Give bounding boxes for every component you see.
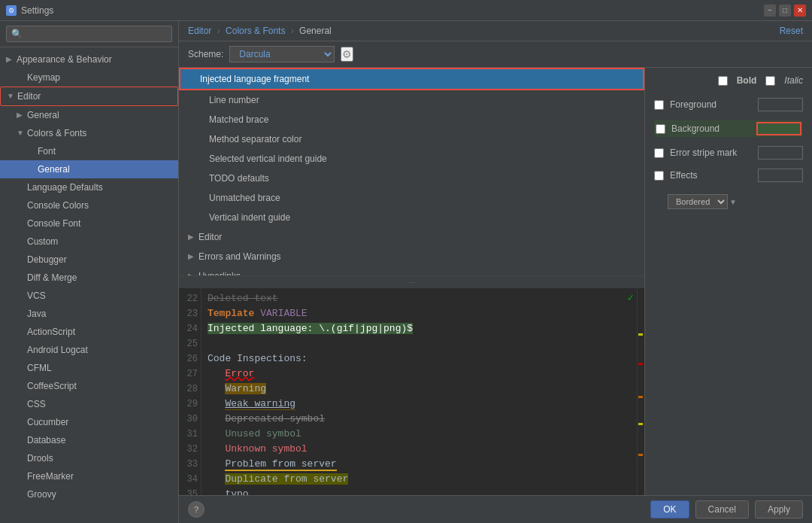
sidebar-item-general[interactable]: General (0, 106, 178, 124)
breadcrumb-editor: Editor (188, 26, 211, 36)
title-bar-left: ⚙ Settings (6, 5, 53, 16)
check-icon: ✓ (628, 291, 634, 304)
list-item-matched-brace[interactable]: Matched brace (179, 110, 644, 129)
sidebar-item-label: Debugger (27, 252, 67, 267)
close-button[interactable]: ✕ (794, 5, 806, 17)
background-color-box[interactable] (756, 122, 801, 135)
italic-label: Italic (784, 75, 803, 86)
effects-checkbox[interactable] (654, 171, 664, 181)
search-input[interactable] (6, 26, 172, 42)
indicator-orange2 (638, 454, 643, 456)
scheme-select[interactable]: Darcula (229, 46, 335, 62)
list-item-method-sep[interactable]: Method separator color (179, 129, 644, 149)
sidebar-item-label: Database (27, 433, 65, 448)
sidebar-item-actionscript[interactable]: ActionScript (0, 323, 178, 341)
list-item-line-number[interactable]: Line number (179, 90, 644, 110)
arrow-icon (6, 52, 17, 67)
code-line-30: Deprecated symbol (208, 412, 631, 427)
search-bar (0, 21, 178, 47)
window-title: Settings (21, 5, 53, 16)
list-item-hyperlinks[interactable]: Hyperlinks (179, 266, 644, 275)
sidebar-item-console-font[interactable]: Console Font (0, 214, 178, 233)
bold-checkbox[interactable] (718, 76, 728, 86)
list-item-sel-vig[interactable]: Selected vertical indent guide (179, 149, 644, 169)
app-icon: ⚙ (6, 5, 17, 16)
sidebar-item-label: Font (38, 144, 56, 159)
list-item-label: Selected vertical indent guide (209, 151, 327, 166)
sidebar-item-drools[interactable]: Drools (0, 449, 178, 467)
error-stripe-checkbox[interactable] (654, 148, 664, 158)
sidebar-item-label: ActionScript (27, 324, 75, 339)
sidebar-item-cfml[interactable]: CFML (0, 359, 178, 377)
sidebar-item-groovy[interactable]: Groovy (0, 485, 178, 503)
effects-row: Effects (654, 169, 803, 182)
sidebar-item-editor[interactable]: Editor (0, 87, 178, 106)
indicator-yellow2 (638, 423, 643, 425)
sidebar-item-font[interactable]: Font (0, 142, 178, 160)
middle-panel: Injected language fragment Line number M… (179, 68, 645, 495)
sidebar-item-label: VCS (27, 288, 46, 303)
sidebar-item-coffeescript[interactable]: CoffeeScript (0, 377, 178, 395)
list-item-injected[interactable]: Injected language fragment (179, 68, 644, 90)
cancel-button[interactable]: Cancel (695, 500, 749, 518)
sidebar-item-keymap[interactable]: Keymap (0, 68, 178, 87)
sidebar-item-debugger[interactable]: Debugger (0, 251, 178, 269)
sidebar-item-android[interactable]: Android Logcat (0, 341, 178, 359)
arrow-icon (188, 230, 198, 245)
error-stripe-color-box[interactable] (758, 146, 803, 160)
code-line-31: Unused symbol (208, 427, 631, 442)
help-button[interactable]: ? (188, 501, 205, 518)
list-item-editor-group[interactable]: Editor (179, 227, 644, 247)
sidebar-item-java[interactable]: Java (0, 305, 178, 323)
sidebar-item-database[interactable]: Database (0, 431, 178, 449)
apply-button[interactable]: Apply (755, 500, 803, 518)
list-item-label: Errors and Warnings (198, 249, 281, 264)
dropdown-arrow: ▼ (729, 198, 737, 206)
scroll-indicator: ··· (179, 275, 644, 288)
right-panel: Bold Italic Foreground Background (645, 68, 812, 495)
list-item-errors-warnings[interactable]: Errors and Warnings (179, 247, 644, 266)
code-line-35: typo (208, 487, 631, 496)
scheme-gear-button[interactable]: ⚙ (341, 47, 353, 62)
sidebar-item-label: Appearance & Behavior (17, 52, 112, 67)
sidebar-item-lang-defaults[interactable]: Language Defaults (0, 178, 178, 196)
italic-checkbox[interactable] (765, 76, 775, 86)
effects-label: Effects (670, 170, 752, 181)
list-item-label: Unmatched brace (209, 190, 280, 205)
sidebar-item-general2[interactable]: General (0, 160, 178, 178)
background-row: Background (654, 120, 803, 137)
list-item-vig[interactable]: Vertical indent guide (179, 208, 644, 227)
list-item-todo[interactable]: TODO defaults (179, 169, 644, 188)
sidebar-item-label: Drools (27, 451, 53, 466)
sidebar-item-label: General (38, 162, 70, 177)
scheme-bar: Scheme: Darcula ⚙ (179, 41, 812, 68)
sidebar-item-freemarker[interactable]: FreeMarker (0, 467, 178, 485)
maximize-button[interactable]: □ (779, 5, 791, 17)
arrow-icon (17, 126, 27, 141)
code-line-23: Template VARIABLE (208, 306, 631, 321)
breadcrumb-sep1: › (217, 26, 223, 36)
sidebar-item-label: Console Colors (27, 198, 89, 213)
reset-button[interactable]: Reset (780, 26, 803, 36)
sidebar-item-diff-merge[interactable]: Diff & Merge (0, 269, 178, 287)
foreground-color-box[interactable] (758, 98, 803, 111)
sidebar-item-custom[interactable]: Custom (0, 233, 178, 251)
sidebar-item-console-colors[interactable]: Console Colors (0, 196, 178, 214)
minimize-button[interactable]: − (764, 5, 776, 17)
background-checkbox[interactable] (656, 124, 665, 134)
list-item-unmatched-brace[interactable]: Unmatched brace (179, 188, 644, 208)
sidebar-item-cucumber[interactable]: Cucumber (0, 413, 178, 431)
effects-dropdown[interactable]: Bordered (668, 194, 728, 209)
sidebar-tree: Appearance & Behavior Keymap Editor Gene… (0, 47, 178, 523)
foreground-checkbox[interactable] (654, 100, 664, 110)
sidebar-item-vcs[interactable]: VCS (0, 287, 178, 305)
sidebar-item-colors-fonts[interactable]: Colors & Fonts (0, 124, 178, 142)
bottom-bar: ? OK Cancel Apply (179, 495, 812, 523)
ok-button[interactable]: OK (650, 500, 689, 518)
sidebar-item-css[interactable]: CSS (0, 395, 178, 413)
effects-color-box[interactable] (758, 169, 803, 182)
sidebar-item-label: FreeMarker (27, 469, 74, 484)
sidebar-item-label: CoffeeScript (27, 379, 77, 394)
list-item-label: Editor (198, 230, 222, 245)
sidebar-item-appearance[interactable]: Appearance & Behavior (0, 50, 178, 68)
